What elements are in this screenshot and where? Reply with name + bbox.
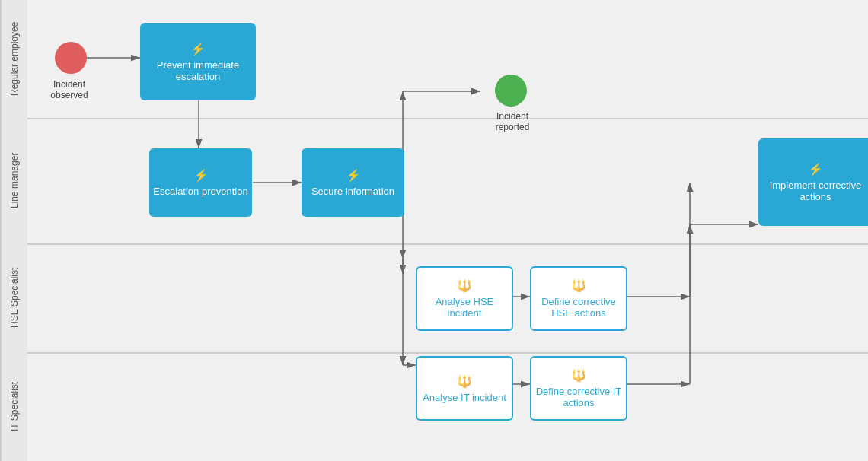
lane-hse-specialist: HSE Specialist — [0, 243, 27, 352]
prevent-escalation-label: Prevent immediate escalation — [140, 59, 256, 82]
escalation-prevention-icon: ⚡ — [193, 168, 209, 183]
analyse-it-icon: 🔱 — [457, 374, 472, 389]
lane-divider-1 — [27, 118, 868, 119]
implement-corrective-label: Implement corrective actions — [758, 180, 868, 202]
escalation-prevention-label: Escalation prevention — [153, 186, 247, 197]
define-hse-label: Define corrective HSE actions — [531, 296, 626, 319]
define-hse-node[interactable]: 🔱 Define corrective HSE actions — [530, 266, 627, 331]
analyse-hse-label: Analyse HSE incident — [417, 296, 512, 319]
define-it-node[interactable]: 🔱 Define corrective IT actions — [530, 356, 627, 421]
analyse-hse-node[interactable]: 🔱 Analyse HSE incident — [416, 266, 513, 331]
secure-information-icon: ⚡ — [346, 168, 361, 183]
lane-divider-3 — [27, 352, 868, 354]
implement-corrective-icon: ⚡ — [808, 162, 823, 176]
canvas: Incident observed ⚡ Prevent immediate es… — [27, 0, 868, 461]
lane-line-manager: Line manager — [0, 118, 27, 243]
define-hse-icon: 🔱 — [571, 278, 586, 293]
analyse-it-node[interactable]: 🔱 Analyse IT incident — [416, 356, 513, 421]
define-it-label: Define corrective IT actions — [531, 386, 626, 409]
incident-observed-label: Incident observed — [35, 79, 104, 100]
secure-information-label: Secure information — [311, 186, 394, 197]
analyse-it-label: Analyse IT incident — [423, 392, 506, 403]
escalation-prevention-node[interactable]: ⚡ Escalation prevention — [149, 148, 252, 217]
incident-reported-circle — [495, 75, 527, 107]
diagram-container: Regular employee Line manager HSE Specia… — [0, 0, 868, 461]
analyse-hse-icon: 🔱 — [457, 278, 472, 293]
swim-lanes: Regular employee Line manager HSE Specia… — [0, 0, 27, 461]
define-it-icon: 🔱 — [571, 368, 586, 383]
lane-divider-2 — [27, 243, 868, 245]
prevent-escalation-icon: ⚡ — [190, 42, 206, 56]
lane-it-specialist: IT Specialist — [0, 352, 27, 461]
lane-regular-employee: Regular employee — [0, 0, 27, 118]
incident-reported-label: Incident reported — [478, 111, 547, 132]
prevent-escalation-node[interactable]: ⚡ Prevent immediate escalation — [140, 23, 256, 100]
incident-observed-circle — [55, 42, 87, 74]
implement-corrective-node[interactable]: ⚡ Implement corrective actions — [758, 138, 868, 226]
secure-information-node[interactable]: ⚡ Secure information — [302, 148, 404, 217]
